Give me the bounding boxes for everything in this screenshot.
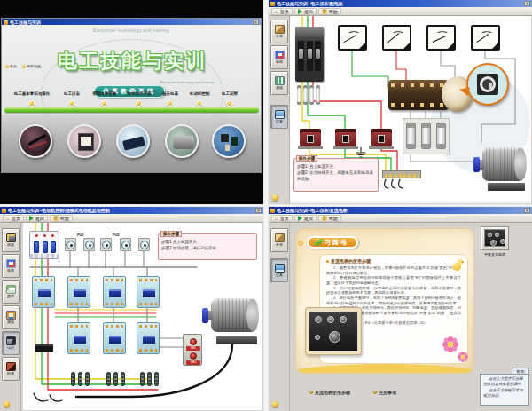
contactor[interactable] — [67, 276, 90, 308]
magnifier-callout[interactable] — [466, 63, 509, 106]
help-button[interactable]: ?帮助 — [50, 215, 73, 222]
contactor[interactable] — [32, 276, 55, 308]
close-icon[interactable]: × — [524, 208, 530, 213]
fuse-link-1[interactable] — [406, 123, 416, 149]
schematic-icon — [6, 285, 16, 294]
menu-button-motorcontrol[interactable] — [196, 100, 202, 107]
fuse-round[interactable] — [83, 238, 95, 251]
link-usage-steps[interactable]: 直流电桥使用步骤 — [309, 390, 350, 395]
back-button[interactable]: 返回 — [294, 8, 317, 15]
link-precautions[interactable]: 注意事项 — [373, 390, 396, 395]
sidebar-item-wiring[interactable]: 接线 — [270, 71, 288, 95]
device-thumbnail-button[interactable] — [481, 226, 509, 250]
sidebar-item-wiring[interactable]: 接线 — [2, 305, 20, 329]
help-button[interactable]: ?帮助 — [318, 8, 341, 15]
fuse-round[interactable] — [65, 238, 76, 251]
sidebar-item-appearance[interactable]: 外形 — [270, 20, 288, 43]
menu-item-basic[interactable]: 电工基本常识与操作 — [5, 91, 59, 96]
box-icon — [275, 233, 285, 242]
magnifier-pointer — [458, 85, 470, 96]
menu-button-basic[interactable] — [28, 100, 35, 107]
switch-faceplate — [477, 74, 498, 95]
music-button[interactable]: 音乐 — [5, 64, 17, 68]
photo-device[interactable] — [116, 124, 150, 158]
menu-button-motors[interactable] — [136, 100, 142, 107]
help-button[interactable]: ?帮助 — [318, 215, 341, 222]
english-caption-top: Electrician technology and training — [2, 28, 261, 33]
sidebar-item-simulation[interactable]: 仿真 — [270, 258, 288, 282]
photo-meter[interactable] — [67, 124, 101, 158]
menu-button-diagrams[interactable] — [226, 100, 232, 107]
fuse-link-2[interactable] — [421, 123, 431, 149]
help-line: 点击下方按钮可学习相关知识。 — [483, 388, 526, 399]
start-button[interactable] — [190, 338, 197, 345]
menu-item-lowvoltage[interactable]: 低压电器 — [157, 91, 184, 96]
music-ball-icon[interactable] — [272, 401, 278, 407]
titlebar[interactable]: 电工技能与实训--电工仪表\配电板 × — [269, 0, 532, 7]
back-button[interactable]: 返回 — [294, 215, 317, 222]
rotary-switch-body[interactable] — [388, 80, 449, 110]
back-button[interactable]: 返回 — [26, 215, 48, 222]
panel-meter-3 — [426, 25, 456, 51]
titlebar[interactable]: 电工技能与实训--电工仪表\直流电桥 × — [269, 207, 532, 214]
app-icon — [2, 209, 6, 213]
fuse-tube[interactable] — [309, 85, 314, 105]
music-ball-icon[interactable] — [272, 194, 278, 201]
main-breaker[interactable] — [295, 27, 324, 82]
contactor[interactable] — [103, 276, 126, 308]
step-line-1: 步骤1 合上电源开关。 — [161, 240, 254, 246]
main-breaker[interactable] — [29, 231, 59, 259]
close-icon[interactable]: × — [524, 1, 530, 6]
fuse-link-3[interactable] — [436, 123, 446, 149]
circuit-icon — [275, 51, 285, 59]
photo-components[interactable] — [212, 124, 246, 158]
window-title: 电工技能与实训--电动机控制\绕线式电动机起动控制 — [8, 207, 254, 214]
rotor-resistor — [85, 372, 90, 386]
window-splash: 电工技能与实训 × Electrician technology and tra… — [0, 0, 263, 204]
menu-item-motorcontrol[interactable]: 电动机控制 — [184, 91, 215, 96]
fuse-round[interactable] — [138, 238, 150, 251]
sidebar-item-circuit[interactable]: 电路 — [2, 254, 20, 278]
panel-meter-2 — [382, 25, 411, 51]
learning-step: 3、估计待测电阻阻值，以便选择合适的比较臂与比值臂，选择比较臂时，最好使各位读数… — [326, 286, 461, 296]
close-icon[interactable]: × — [255, 208, 262, 213]
sidebar-item-run[interactable]: 运行 — [2, 331, 20, 355]
home-button[interactable]: ⌂首页 — [271, 8, 293, 15]
sidebar-item-circuit[interactable]: 电路 — [270, 45, 288, 69]
circuit-icon — [6, 259, 16, 268]
transformer-3 — [371, 129, 392, 146]
terminal-strip — [382, 170, 421, 178]
menu-button-lighting[interactable] — [101, 100, 107, 107]
sidebar-item-repair[interactable]: 检修 — [2, 357, 20, 381]
fuse-round[interactable] — [100, 238, 112, 251]
home-button[interactable]: ⌂首页 — [271, 215, 293, 222]
contactor[interactable] — [67, 322, 90, 354]
menu-button-instruments[interactable] — [68, 100, 74, 107]
fuse-tube[interactable] — [297, 85, 301, 105]
photo-motor[interactable] — [165, 124, 199, 158]
menu-item-diagrams[interactable]: 电工识图 — [216, 91, 243, 96]
operation-steps-box: 操作步骤 步骤1: 合上电源开关。 步骤2: 按动转换开关，观察电压表和电流表的… — [293, 158, 379, 192]
bridge-photo — [309, 312, 357, 351]
music-ball-icon[interactable] — [4, 401, 10, 407]
sidebar-item-equipment[interactable]: 器材 — [2, 228, 20, 252]
contactor[interactable] — [103, 322, 126, 354]
sidebar-item-simulation[interactable]: 仿真 — [270, 105, 288, 129]
sidebar-item-appearance[interactable]: 外形 — [270, 228, 288, 252]
photo-tools[interactable] — [19, 124, 52, 158]
home-icon: ⌂ — [275, 216, 278, 221]
menu-item-instruments[interactable]: 电工仪表 — [59, 91, 85, 96]
fuse-round[interactable] — [120, 238, 131, 251]
fuse-tube[interactable] — [303, 85, 308, 105]
contactor[interactable] — [137, 276, 160, 308]
menu-item-lighting[interactable]: 照明电路安装 — [87, 91, 122, 96]
stop-button[interactable] — [190, 352, 197, 360]
contactor[interactable] — [137, 322, 160, 354]
menu-button-lowvoltage[interactable] — [167, 100, 173, 107]
menu-item-motors[interactable]: 电机与变压器 — [121, 91, 157, 96]
titlebar[interactable]: 电工技能与实训--电动机控制\绕线式电动机起动控制 × — [0, 207, 263, 214]
home-button[interactable]: ⌂首页 — [3, 215, 24, 222]
sidebar-item-principle[interactable]: 原理 — [2, 280, 20, 304]
fuse-tube[interactable] — [316, 85, 320, 105]
help-icon: ? — [322, 216, 327, 221]
